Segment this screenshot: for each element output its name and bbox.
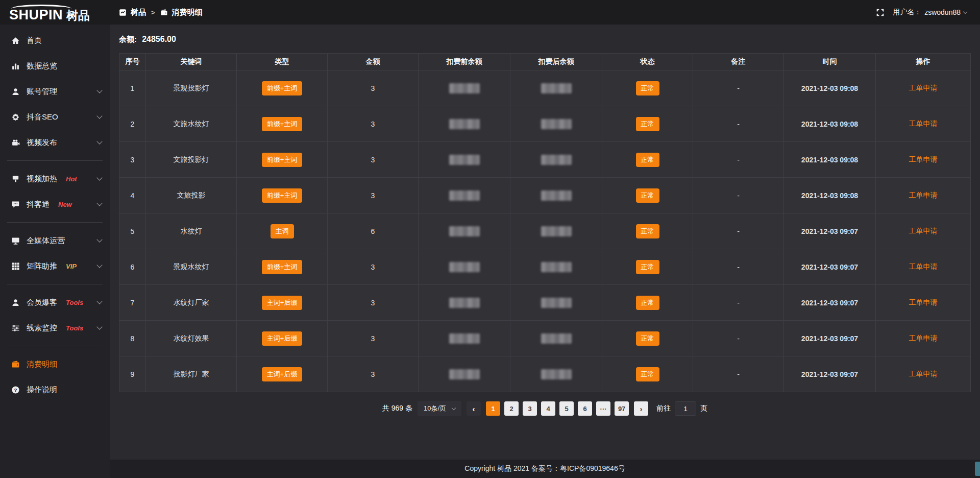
table-row: 4文旅投影前缀+主词3正常-2021-12-03 09:08工单申请 xyxy=(119,178,971,213)
redacted-value xyxy=(541,155,572,165)
user-menu[interactable]: 用户名： zswodun88 xyxy=(893,8,967,17)
sidebar-item[interactable]: 抖音SEO xyxy=(0,104,110,130)
cell-keyword: 景观水纹灯 xyxy=(146,249,237,285)
column-header: 序号 xyxy=(119,54,146,70)
sidebar-item[interactable]: 消费明细 xyxy=(0,351,110,377)
cell-balance-after xyxy=(510,178,602,213)
sidebar-item[interactable]: ?操作说明 xyxy=(0,377,110,402)
cell-time: 2021-12-03 09:07 xyxy=(784,356,876,392)
sidebar-item-label: 全媒体运营 xyxy=(27,236,65,246)
redacted-value xyxy=(449,298,480,308)
cell-amount: 3 xyxy=(328,106,419,142)
breadcrumb-current: 消费明细 xyxy=(172,8,203,17)
status-badge: 正常 xyxy=(636,367,659,381)
cell-balance-after xyxy=(510,142,602,178)
fullscreen-icon[interactable] xyxy=(876,8,885,17)
cell-index: 9 xyxy=(119,356,146,392)
cell-balance-before xyxy=(419,70,510,106)
ticket-request-link[interactable]: 工单申请 xyxy=(909,334,938,342)
page-button-97[interactable]: 97 xyxy=(615,401,629,416)
cell-remark: - xyxy=(693,106,784,142)
cell-balance-after xyxy=(510,285,602,321)
goto-page-input[interactable] xyxy=(675,401,696,416)
ticket-request-link[interactable]: 工单申请 xyxy=(909,84,938,92)
sidebar-item-label: 会员爆客 xyxy=(27,298,57,307)
cell-action: 工单申请 xyxy=(876,249,971,285)
cell-amount: 3 xyxy=(328,178,419,213)
total-count: 共 969 条 xyxy=(382,404,412,413)
page-button-6[interactable]: 6 xyxy=(578,401,592,416)
ticket-request-link[interactable]: 工单申请 xyxy=(909,298,938,306)
sidebar-item[interactable]: 矩阵助推VIP xyxy=(0,253,110,279)
cell-balance-after xyxy=(510,70,602,106)
cell-status: 正常 xyxy=(602,356,693,392)
cell-time: 2021-12-03 09:08 xyxy=(784,106,876,142)
cell-time: 2021-12-03 09:07 xyxy=(784,213,876,249)
corner-widget[interactable] xyxy=(975,462,980,476)
page-button-5[interactable]: 5 xyxy=(559,401,574,416)
sidebar-item[interactable]: 首页 xyxy=(0,28,110,53)
cell-amount: 3 xyxy=(328,70,419,106)
sidebar-item[interactable]: 数据总览 xyxy=(0,53,110,79)
balance-label: 余额: xyxy=(119,35,137,43)
table-row: 3文旅投影灯前缀+主词3正常-2021-12-03 09:08工单申请 xyxy=(119,142,971,178)
ticket-request-link[interactable]: 工单申请 xyxy=(909,370,938,378)
page-more-button[interactable]: ··· xyxy=(596,401,610,416)
sidebar-item[interactable]: 视频发布 xyxy=(0,130,110,155)
sidebar-item[interactable]: 视频加热Hot xyxy=(0,166,110,192)
table-body: 1景观投影灯前缀+主词3正常-2021-12-03 09:08工单申请2文旅水纹… xyxy=(119,70,971,392)
table-row: 6景观水纹灯前缀+主词3正常-2021-12-03 09:07工单申请 xyxy=(119,249,971,285)
table-row: 1景观投影灯前缀+主词3正常-2021-12-03 09:08工单申请 xyxy=(119,70,971,106)
cell-amount: 3 xyxy=(328,249,419,285)
sidebar-item[interactable]: 线索监控Tools xyxy=(0,315,110,341)
type-badge: 主词+后缀 xyxy=(262,367,303,381)
page-size-select[interactable]: 10条/页 xyxy=(418,401,461,416)
cell-index: 5 xyxy=(119,213,146,249)
breadcrumb-root[interactable]: 树品 xyxy=(131,8,146,17)
sidebar-item[interactable]: 会员爆客Tools xyxy=(0,290,110,315)
sidebar-item[interactable]: 抖客通New xyxy=(0,192,110,217)
page-button-3[interactable]: 3 xyxy=(523,401,537,416)
cell-time: 2021-12-03 09:07 xyxy=(784,249,876,285)
cell-type: 主词+后缀 xyxy=(237,285,328,321)
ticket-request-link[interactable]: 工单申请 xyxy=(909,191,938,199)
prev-page-button[interactable]: ‹ xyxy=(467,401,481,416)
column-header: 扣费前余额 xyxy=(419,54,510,70)
type-badge: 主词+后缀 xyxy=(262,331,303,346)
next-page-button[interactable]: › xyxy=(634,401,648,416)
cell-keyword: 水纹灯效果 xyxy=(146,321,237,356)
sidebar-item-label: 首页 xyxy=(27,36,42,45)
cell-index: 4 xyxy=(119,178,146,213)
cell-amount: 3 xyxy=(328,285,419,321)
page-button-2[interactable]: 2 xyxy=(504,401,519,416)
cell-action: 工单申请 xyxy=(876,142,971,178)
cell-balance-after xyxy=(510,106,602,142)
type-badge: 前缀+主词 xyxy=(262,81,303,95)
page-button-1[interactable]: 1 xyxy=(486,401,500,416)
ticket-request-link[interactable]: 工单申请 xyxy=(909,155,938,163)
status-badge: 正常 xyxy=(636,224,659,238)
home-icon xyxy=(11,36,20,45)
consumption-table: 序号关键词类型金额扣费前余额扣费后余额状态备注时间操作 1景观投影灯前缀+主词3… xyxy=(119,53,971,392)
sidebar-divider xyxy=(7,222,103,223)
sidebar-item[interactable]: 全媒体运营 xyxy=(0,228,110,253)
sidebar-item[interactable]: 账号管理 xyxy=(0,79,110,104)
table-row: 8水纹灯效果主词+后缀3正常-2021-12-03 09:07工单申请 xyxy=(119,321,971,356)
sidebar-divider xyxy=(7,346,103,346)
cell-type: 前缀+主词 xyxy=(237,106,328,142)
cell-status: 正常 xyxy=(602,178,693,213)
ticket-request-link[interactable]: 工单申请 xyxy=(909,119,938,128)
logo: SHUPIN 树品 xyxy=(0,3,110,22)
cell-time: 2021-12-03 09:08 xyxy=(784,70,876,106)
type-badge: 主词+后缀 xyxy=(262,296,303,310)
redacted-value xyxy=(541,369,572,379)
copyright-text: Copyright 树品 2021 备案号：粤ICP备09019646号 xyxy=(464,464,625,473)
cell-index: 6 xyxy=(119,249,146,285)
username-label: 用户名： xyxy=(893,8,921,17)
sidebar-item-label: 线索监控 xyxy=(27,323,57,333)
cell-balance-before xyxy=(419,356,510,392)
page-button-4[interactable]: 4 xyxy=(541,401,555,416)
topbar: SHUPIN 树品 树品 > 消费明细 用户名： zswodun88 xyxy=(0,0,980,25)
ticket-request-link[interactable]: 工单申请 xyxy=(909,262,938,271)
ticket-request-link[interactable]: 工单申请 xyxy=(909,227,938,235)
